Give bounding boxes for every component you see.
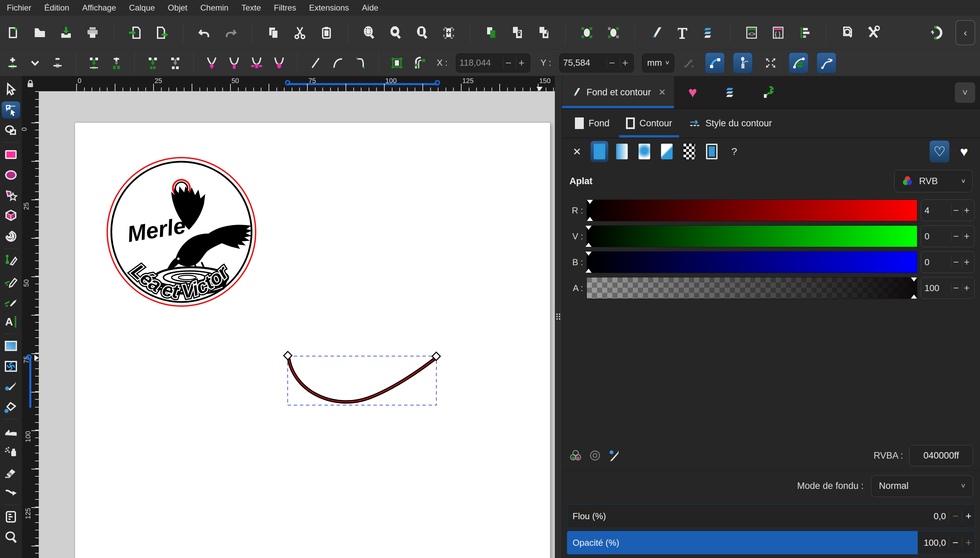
plus-button[interactable]: + <box>962 257 971 268</box>
duplicate-icon[interactable] <box>483 25 499 41</box>
green-slider[interactable] <box>587 225 918 247</box>
ellipse-tool[interactable] <box>2 166 20 184</box>
paste-icon[interactable] <box>318 25 334 41</box>
blur-value[interactable]: 0,0 <box>934 511 949 522</box>
opacity-minus-button[interactable]: − <box>949 537 962 548</box>
alpha-value[interactable]: 100 <box>924 283 949 294</box>
delete-segment-icon[interactable] <box>109 56 124 70</box>
tab-style-du-contour[interactable]: Style du contour <box>682 109 779 138</box>
menu-affichage[interactable]: Affichage <box>82 3 116 13</box>
toggle-handles-button[interactable] <box>733 53 752 74</box>
green-value[interactable]: 0 <box>924 231 949 242</box>
y-minus-button[interactable]: − <box>606 57 617 69</box>
node-corner-icon[interactable] <box>205 56 219 70</box>
tab-fond-et-contour[interactable]: Fond et contour ✕ <box>562 76 674 108</box>
join-segment-icon[interactable] <box>168 56 182 70</box>
cut-icon[interactable] <box>292 25 308 41</box>
copy-icon[interactable] <box>265 25 282 41</box>
opacity-slider-row[interactable]: Opacité (%) 100,0 − + <box>567 531 975 555</box>
unlock-object-icon[interactable] <box>536 25 552 41</box>
tab-layers[interactable] <box>711 76 749 108</box>
opacity-value[interactable]: 100,0 <box>924 538 949 548</box>
paint-mesh-gradient-button[interactable] <box>658 141 676 162</box>
paint-bucket-tool[interactable] <box>2 399 20 416</box>
menu-texte[interactable]: Texte <box>241 3 261 13</box>
text-dialog-icon[interactable] <box>674 25 691 41</box>
redo-icon[interactable] <box>223 25 239 41</box>
x-value[interactable]: 118,044 <box>459 57 500 68</box>
break-nodes-icon[interactable] <box>87 56 101 70</box>
menu-filtres[interactable]: Filtres <box>274 3 296 13</box>
zoom-tool[interactable] <box>2 529 20 546</box>
x-value-box[interactable]: 118,044 − + <box>456 53 530 72</box>
menu-chemin[interactable]: Chemin <box>200 3 228 13</box>
ruler-corner[interactable] <box>22 76 39 91</box>
new-document-icon[interactable] <box>5 25 21 41</box>
paint-radial-gradient-button[interactable] <box>636 141 653 162</box>
toggle-transform-handles-button[interactable] <box>761 53 780 74</box>
tweak-tool[interactable] <box>2 423 20 440</box>
toggle-path-effects-button[interactable] <box>817 53 836 74</box>
paint-unknown-button[interactable]: ? <box>725 141 743 162</box>
tab-swatches[interactable]: ♥ <box>674 76 711 108</box>
open-document-icon[interactable] <box>31 25 48 41</box>
node-auto-icon[interactable] <box>272 56 286 70</box>
menu-extensions[interactable]: Extensions <box>309 3 349 13</box>
calligraphy-tool[interactable] <box>2 293 20 310</box>
x-minus-button[interactable]: − <box>503 57 514 69</box>
toggle-outline-button[interactable] <box>789 53 808 74</box>
red-value-box[interactable]: 4 −+ <box>921 200 975 221</box>
mesh-gradient-tool[interactable] <box>2 358 20 375</box>
zoom-page-icon[interactable] <box>414 25 430 41</box>
tab-extensions[interactable] <box>749 76 786 108</box>
blur-slider-row[interactable]: Flou (%) 0,0 − + <box>567 504 975 528</box>
lock-object-icon[interactable] <box>510 25 526 41</box>
connector-tool[interactable] <box>2 484 20 501</box>
toggle-bezier-handles-button[interactable] <box>705 53 725 74</box>
export-icon[interactable] <box>154 25 170 41</box>
selected-path[interactable] <box>282 351 446 412</box>
blue-slider[interactable] <box>587 251 918 273</box>
tab-fond[interactable]: Fond <box>568 109 616 138</box>
plus-button[interactable]: + <box>962 231 971 242</box>
menu-fichier[interactable]: Fichier <box>7 3 31 13</box>
find-replace-icon[interactable] <box>839 25 855 41</box>
paint-flat-button[interactable] <box>591 141 608 162</box>
spray-tool[interactable] <box>2 443 20 460</box>
selector-tool[interactable] <box>2 81 20 98</box>
layers-dialog-icon[interactable] <box>701 25 717 41</box>
paint-pattern-button[interactable] <box>680 141 698 162</box>
xml-editor-icon[interactable]: <> <box>743 25 760 41</box>
import-icon[interactable] <box>127 25 143 41</box>
edit-select-all-icon[interactable] <box>578 25 595 41</box>
segment-line-icon[interactable] <box>308 56 323 70</box>
unit-dropdown[interactable]: mm ˅ <box>642 53 674 72</box>
plus-button[interactable]: + <box>962 282 971 294</box>
fill-rule-evenodd-button[interactable]: ♡ <box>930 141 949 162</box>
delete-node-icon[interactable] <box>50 56 65 70</box>
menu-aide[interactable]: Aide <box>362 3 378 13</box>
fill-stroke-dialog-icon[interactable] <box>648 25 664 41</box>
colorspace-dropdown[interactable]: RVB ˅ <box>894 170 972 192</box>
color-wheel-small-icon[interactable] <box>569 449 582 462</box>
text-tool[interactable]: A <box>2 313 20 330</box>
alpha-value-box[interactable]: 100 −+ <box>921 277 975 299</box>
pages-tool[interactable] <box>2 508 20 525</box>
blur-minus-button[interactable]: − <box>949 510 962 522</box>
star-tool[interactable] <box>2 187 20 204</box>
blue-value[interactable]: 0 <box>924 257 949 268</box>
path-node-handle[interactable] <box>284 351 292 359</box>
tab-contour[interactable]: Contour <box>619 109 679 138</box>
blur-plus-button[interactable]: + <box>962 510 975 522</box>
opacity-plus-button[interactable]: + <box>962 537 975 548</box>
panel-collapse-button[interactable]: ˅ <box>955 82 975 103</box>
plus-button[interactable]: + <box>962 205 971 216</box>
menu-objet[interactable]: Objet <box>168 3 187 13</box>
snap-toggle-icon[interactable] <box>929 25 945 41</box>
eraser-tool[interactable] <box>2 464 20 481</box>
medallion-artwork[interactable]: Merle Léa et Victor <box>105 154 257 314</box>
save-document-icon[interactable] <box>58 25 74 41</box>
panel-resize-handle[interactable]: ⠿ <box>555 76 562 558</box>
insert-node-menu-icon[interactable] <box>28 56 42 70</box>
close-icon[interactable]: ✕ <box>658 87 666 98</box>
